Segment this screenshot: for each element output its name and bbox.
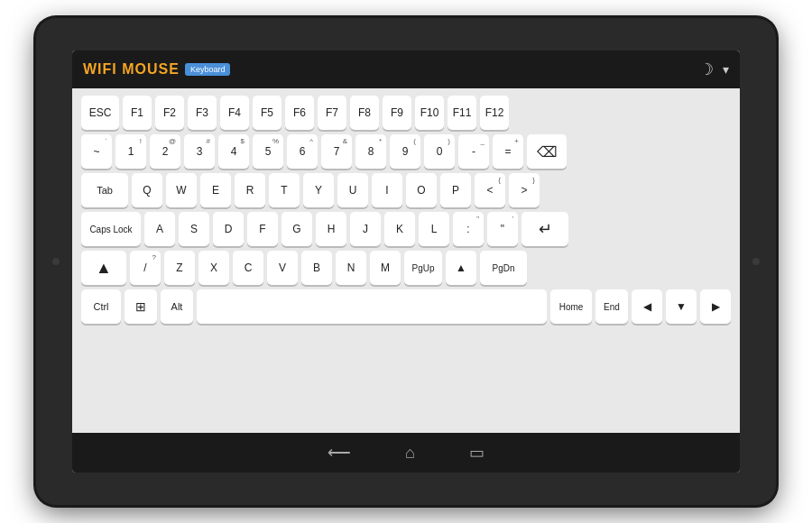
- key-a[interactable]: A: [144, 212, 175, 246]
- zxcv-row: ▲ ?/ Z X C V B N M PgUp ▲ PgDn: [81, 251, 731, 285]
- number-row: `~ !1 @2 #3 $4 %5 ^6 &7 *8 (9 )0 _- += ⌫: [81, 134, 731, 169]
- key-5[interactable]: %5: [253, 134, 283, 169]
- key-lbracket[interactable]: {<: [475, 173, 505, 207]
- header-controls: ☽ ▾: [699, 60, 729, 79]
- key-f11[interactable]: F11: [448, 96, 476, 130]
- key-f5[interactable]: F5: [253, 96, 281, 130]
- key-shift-left[interactable]: ▲: [81, 251, 126, 285]
- nav-back-button[interactable]: ⟵: [328, 443, 351, 463]
- key-z[interactable]: Z: [164, 251, 195, 285]
- key-r[interactable]: R: [235, 173, 265, 207]
- key-8[interactable]: *8: [355, 134, 386, 169]
- tablet-device: WIFI MOUSE Keyboard ☽ ▾ ESC F1 F2 F3 F4 …: [36, 18, 776, 505]
- key-f4[interactable]: F4: [220, 96, 249, 130]
- key-esc[interactable]: ESC: [81, 96, 119, 130]
- key-down[interactable]: ▼: [666, 289, 697, 324]
- key-tab[interactable]: Tab: [81, 173, 128, 207]
- key-j[interactable]: J: [350, 212, 381, 246]
- key-f3[interactable]: F3: [188, 96, 217, 130]
- key-w[interactable]: W: [166, 173, 197, 207]
- asdf-row: Caps Lock A S D F G H J K L ": '" ↵: [81, 212, 731, 246]
- keyboard-badge: Keyboard: [185, 63, 231, 76]
- key-rbracket[interactable]: }>: [509, 173, 540, 207]
- camera-right: [752, 258, 760, 265]
- key-enter[interactable]: ↵: [521, 212, 568, 246]
- key-9[interactable]: (9: [390, 134, 420, 169]
- nav-bar: ⟵ ⌂ ▭: [72, 433, 740, 473]
- key-pgdn[interactable]: PgDn: [480, 251, 527, 285]
- fn-row: ESC F1 F2 F3 F4 F5 F6 F7 F8 F9 F10 F11 F…: [81, 96, 731, 130]
- key-up[interactable]: ▲: [446, 251, 476, 285]
- key-v[interactable]: V: [267, 251, 298, 285]
- key-f1[interactable]: F1: [123, 96, 152, 130]
- key-u[interactable]: U: [337, 173, 368, 207]
- key-home[interactable]: Home: [550, 289, 592, 324]
- key-x[interactable]: X: [198, 251, 229, 285]
- key-f6[interactable]: F6: [285, 96, 314, 130]
- key-semicolon[interactable]: ":: [453, 212, 484, 246]
- key-win[interactable]: ⊞: [125, 289, 157, 324]
- moon-icon[interactable]: ☽: [699, 60, 714, 79]
- key-pgup[interactable]: PgUp: [404, 251, 442, 285]
- key-f2[interactable]: F2: [155, 96, 184, 130]
- key-n[interactable]: N: [336, 251, 366, 285]
- key-k[interactable]: K: [384, 212, 415, 246]
- key-tilde[interactable]: `~: [81, 134, 112, 169]
- key-capslock[interactable]: Caps Lock: [81, 212, 141, 246]
- key-7[interactable]: &7: [321, 134, 352, 169]
- key-e[interactable]: E: [200, 173, 231, 207]
- key-d[interactable]: D: [213, 212, 244, 246]
- key-slash[interactable]: ?/: [130, 251, 161, 285]
- key-i[interactable]: I: [372, 173, 402, 207]
- key-backspace[interactable]: ⌫: [527, 134, 567, 169]
- tablet-screen: WIFI MOUSE Keyboard ☽ ▾ ESC F1 F2 F3 F4 …: [72, 50, 740, 473]
- key-4[interactable]: $4: [218, 134, 249, 169]
- key-b[interactable]: B: [301, 251, 332, 285]
- key-f9[interactable]: F9: [383, 96, 411, 130]
- key-1[interactable]: !1: [115, 134, 146, 169]
- key-end[interactable]: End: [595, 289, 628, 324]
- bottom-row: Ctrl ⊞ Alt Home End ◀ ▼ ▶: [81, 289, 731, 324]
- key-o[interactable]: O: [406, 173, 437, 207]
- key-l[interactable]: L: [419, 212, 449, 246]
- key-f8[interactable]: F8: [350, 96, 379, 130]
- key-f10[interactable]: F10: [415, 96, 444, 130]
- key-f7[interactable]: F7: [318, 96, 346, 130]
- key-c[interactable]: C: [233, 251, 263, 285]
- key-ctrl[interactable]: Ctrl: [81, 289, 121, 324]
- nav-recents-button[interactable]: ▭: [469, 443, 484, 463]
- key-f[interactable]: F: [247, 212, 278, 246]
- key-m[interactable]: M: [370, 251, 401, 285]
- key-minus[interactable]: _-: [458, 134, 489, 169]
- app-title: WIFI MOUSE: [83, 61, 180, 78]
- keyboard-area: ESC F1 F2 F3 F4 F5 F6 F7 F8 F9 F10 F11 F…: [72, 88, 740, 433]
- key-space[interactable]: [197, 289, 547, 324]
- key-f12[interactable]: F12: [480, 96, 509, 130]
- dropdown-icon[interactable]: ▾: [723, 62, 729, 77]
- key-quote[interactable]: '": [487, 212, 518, 246]
- key-3[interactable]: #3: [184, 134, 215, 169]
- key-left[interactable]: ◀: [632, 289, 662, 324]
- key-g[interactable]: G: [281, 212, 312, 246]
- key-alt[interactable]: Alt: [161, 289, 193, 324]
- camera-left: [52, 258, 60, 265]
- key-y[interactable]: Y: [303, 173, 334, 207]
- key-0[interactable]: )0: [424, 134, 455, 169]
- key-t[interactable]: T: [269, 173, 300, 207]
- key-6[interactable]: ^6: [287, 134, 318, 169]
- key-s[interactable]: S: [179, 212, 209, 246]
- key-right[interactable]: ▶: [700, 289, 731, 324]
- key-2[interactable]: @2: [150, 134, 180, 169]
- key-equals[interactable]: +=: [493, 134, 523, 169]
- nav-home-button[interactable]: ⌂: [405, 444, 415, 463]
- key-h[interactable]: H: [316, 212, 346, 246]
- key-q[interactable]: Q: [132, 173, 162, 207]
- qwerty-row: Tab Q W E R T Y U I O P {< }>: [81, 173, 731, 207]
- key-p[interactable]: P: [440, 173, 471, 207]
- header-bar: WIFI MOUSE Keyboard ☽ ▾: [72, 50, 740, 88]
